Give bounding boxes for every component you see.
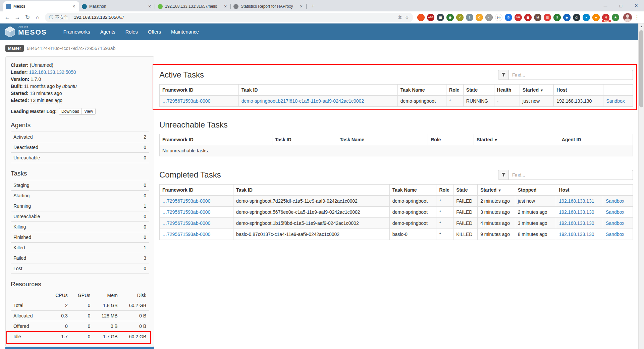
cell-state: FAILED <box>453 196 478 207</box>
filter-button[interactable] <box>498 70 509 80</box>
extension-icon[interactable]: ▦ <box>524 14 532 21</box>
back-icon[interactable]: ← <box>3 13 12 22</box>
host-link[interactable]: 192.168.133.130 <box>559 232 594 237</box>
close-tab-icon[interactable]: × <box>299 4 304 9</box>
extension-icon[interactable]: ✓ <box>456 14 464 21</box>
extension-icon[interactable]: ● <box>583 14 590 21</box>
extension-icon[interactable] <box>417 14 425 21</box>
scroll-up-icon[interactable]: ▲ <box>639 23 644 29</box>
framework-link[interactable]: …7295671593ab-0000 <box>162 198 210 204</box>
framework-link[interactable]: …7295671593ab-0000 <box>162 220 210 226</box>
col-role[interactable]: Role <box>428 134 474 145</box>
extension-with-badge[interactable]: N New <box>602 14 609 21</box>
framework-link[interactable]: …7295671593ab-0000 <box>162 232 210 237</box>
col-host[interactable]: Host <box>554 85 603 96</box>
host-link[interactable]: 192.168.133.131 <box>559 198 594 204</box>
extension-icon[interactable]: 99+ <box>515 14 522 21</box>
extension-icon[interactable]: ★ <box>612 14 619 21</box>
extension-icon[interactable]: ◉ <box>446 14 454 21</box>
col-task-name[interactable]: Task Name <box>337 134 428 145</box>
info-icon[interactable]: ⓘ <box>49 14 53 20</box>
extension-icon[interactable]: S <box>553 14 561 21</box>
extension-icon[interactable]: ABP <box>427 14 434 21</box>
extension-icon[interactable]: 1 <box>466 14 473 21</box>
host-link[interactable]: 192.168.133.130 <box>559 209 594 215</box>
framework-link[interactable]: …7295671593ab-0000 <box>162 209 210 215</box>
resources-col-disk: Disk <box>120 291 149 300</box>
tab-spring-hello[interactable]: 192.168.133.131:31657/hello × <box>155 1 231 11</box>
extension-icon[interactable]: ◆ <box>563 14 571 21</box>
nav-item-roles[interactable]: Roles <box>120 23 143 40</box>
nav-item-agents[interactable]: Agents <box>95 23 120 40</box>
extension-icon[interactable]: ☰ <box>544 14 551 21</box>
page-scrollbar[interactable]: ▲ <box>638 23 644 349</box>
extension-icon[interactable]: @ <box>573 14 580 21</box>
profile-avatar[interactable] <box>623 13 632 22</box>
col-host[interactable]: Host <box>556 185 603 196</box>
minimize-button[interactable]: — <box>598 0 613 11</box>
reload-icon[interactable]: ↻ <box>23 13 32 22</box>
tab-mesos[interactable]: Mesos × <box>3 1 79 11</box>
sandbox-link[interactable]: Sandbox <box>606 220 624 226</box>
scrollbar-thumb[interactable] <box>639 30 643 107</box>
col-task-name[interactable]: Task Name <box>389 185 436 196</box>
col-health[interactable]: Health <box>494 85 520 96</box>
extension-icon[interactable]: C <box>476 14 483 21</box>
address-bar[interactable]: ⓘ 不安全 192.168.133.132:5050/#/ 文 ☆ <box>45 13 413 22</box>
sandbox-link[interactable]: Sandbox <box>606 198 624 204</box>
nav-item-frameworks[interactable]: Frameworks <box>58 23 95 40</box>
bookmark-star-icon[interactable]: ☆ <box>405 14 409 20</box>
filter-button[interactable] <box>498 170 509 180</box>
close-tab-icon[interactable]: × <box>71 4 76 9</box>
col-started[interactable]: Started ▼ <box>474 134 559 145</box>
col-task-name[interactable]: Task Name <box>397 85 446 96</box>
col-started[interactable]: Started ▼ <box>520 85 554 96</box>
url-text[interactable]: 192.168.133.132:5050/#/ <box>74 15 398 20</box>
browser-menu-icon[interactable]: ⋮ <box>633 13 641 22</box>
nav-item-offers[interactable]: Offers <box>143 23 166 40</box>
col-started[interactable]: Started ▼ <box>478 185 515 196</box>
home-icon[interactable]: ⌂ <box>33 13 42 22</box>
nav-item-maintenance[interactable]: Maintenance <box>166 23 204 40</box>
extension-icon[interactable]: ■ <box>592 14 600 21</box>
log-download-button[interactable]: Download <box>59 108 82 115</box>
extension-icon[interactable]: B <box>505 14 512 21</box>
completed-find-input[interactable] <box>509 170 633 180</box>
new-tab-button[interactable]: + <box>309 2 317 10</box>
col-state[interactable]: State <box>453 185 478 196</box>
tab-marathon[interactable]: Marathon × <box>79 1 155 11</box>
extension-icon[interactable]: ▦ <box>437 14 444 21</box>
sandbox-link[interactable]: Sandbox <box>606 209 624 215</box>
framework-link[interactable]: …7295671593ab-0000 <box>162 98 210 104</box>
close-tab-icon[interactable]: × <box>147 4 152 9</box>
col-role[interactable]: Role <box>446 85 464 96</box>
col-stopped[interactable]: Stopped <box>515 185 556 196</box>
task-id-link[interactable]: demo-springboot.b217f610-c1a5-11e9-aaf9-… <box>241 98 364 104</box>
col-task-id[interactable]: Task ID <box>272 134 337 145</box>
close-tab-icon[interactable]: × <box>223 4 228 9</box>
security-label: 不安全 <box>55 14 68 20</box>
tab-haproxy-stats[interactable]: Statistics Report for HAProxy × <box>231 1 307 11</box>
maximize-button[interactable]: □ <box>613 0 629 11</box>
translate-icon[interactable]: 文 <box>398 14 402 20</box>
col-role[interactable]: Role <box>436 185 453 196</box>
log-view-button[interactable]: View <box>82 108 96 115</box>
leader-link[interactable]: 192.168.133.132:5050 <box>29 69 76 75</box>
extension-icon[interactable]: M <box>534 14 541 21</box>
active-find-input[interactable] <box>509 70 633 80</box>
host-link[interactable]: 192.168.133.130 <box>559 220 594 226</box>
extension-icon[interactable]: ◐ <box>485 14 493 21</box>
close-window-button[interactable]: × <box>629 0 644 11</box>
col-framework-id[interactable]: Framework ID <box>160 134 272 145</box>
col-state[interactable]: State <box>463 85 494 96</box>
mesos-brand[interactable]: Apache MESOS <box>5 26 47 38</box>
col-framework-id[interactable]: Framework ID <box>160 85 239 96</box>
col-task-id[interactable]: Task ID <box>238 85 397 96</box>
forward-icon[interactable]: → <box>13 13 22 22</box>
sandbox-link[interactable]: Sandbox <box>606 98 625 104</box>
col-agent-id[interactable]: Agent ID <box>559 134 633 145</box>
sandbox-link[interactable]: Sandbox <box>606 232 624 237</box>
col-framework-id[interactable]: Framework ID <box>160 185 233 196</box>
col-task-id[interactable]: Task ID <box>233 185 390 196</box>
extension-icon[interactable]: (α) <box>495 14 502 21</box>
